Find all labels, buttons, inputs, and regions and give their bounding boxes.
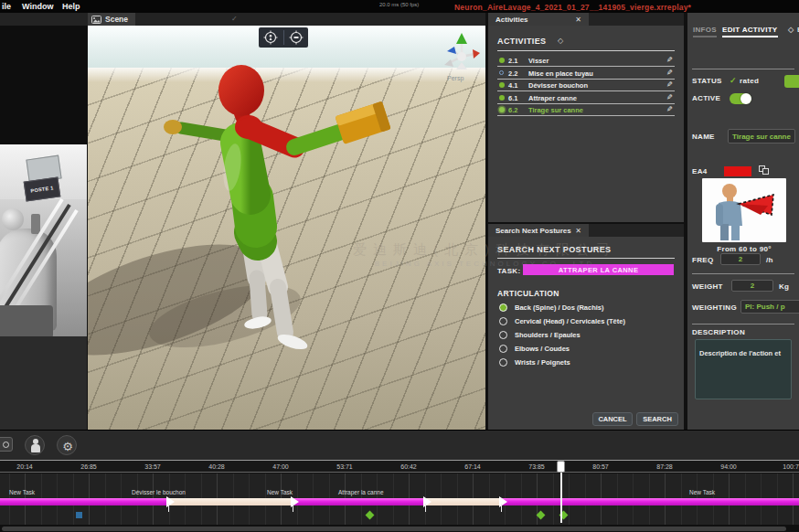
reference-photo: POSTE 1 [0, 144, 87, 336]
timeline-scrollbar[interactable] [0, 525, 799, 532]
edit-pencil-icon[interactable]: ✎ [666, 69, 673, 77]
segment-arrow-stem [293, 504, 293, 512]
description-textarea[interactable]: Description de l'action et [695, 339, 792, 399]
weight-input[interactable]: 2 [731, 280, 773, 292]
radio-button[interactable] [499, 303, 507, 312]
search-tabbar: Search Next Postures ✕ [488, 224, 684, 237]
active-label: ACTIVE [692, 94, 720, 102]
focus-person-icon[interactable] [263, 30, 278, 45]
activity-row[interactable]: 4.1Dévisser bouchon✎ [497, 80, 675, 91]
camera-mode-label[interactable]: Persp [447, 75, 463, 81]
freq-label: FREQ [692, 256, 713, 264]
radio-button[interactable] [499, 345, 507, 353]
articulation-option[interactable]: Back (Spine) / Dos (Rachis) [499, 302, 673, 313]
menu-help[interactable]: Help [62, 2, 80, 11]
task-label: New Task [267, 489, 293, 495]
edit-pencil-icon[interactable]: ✎ [666, 93, 673, 101]
activity-row[interactable]: 2.2Mise en place tuyau✎ [497, 68, 675, 80]
radio-button[interactable] [499, 358, 507, 367]
activity-id: 6.2 [508, 106, 517, 114]
activities-panel: ACTIVITIES ◇ 2.1Visser✎2.2Mise en place … [488, 26, 684, 222]
settings-button[interactable]: ⚙ [57, 435, 77, 455]
radio-button[interactable] [499, 331, 507, 339]
task-label: Attraper la canne [338, 489, 384, 495]
edit-pencil-icon[interactable]: ✎ [666, 80, 673, 89]
search-button[interactable]: SEARCH [636, 412, 678, 426]
activity-row[interactable]: 2.1Visser✎ [497, 55, 675, 67]
playhead-handle[interactable] [557, 461, 565, 473]
articulation-option[interactable]: Wrists / Poignets [499, 356, 673, 367]
activity-id: 4.1 [508, 81, 517, 90]
search-next-postures-panel: SEARCH NEXT POSTURES TASK: ATTRAPER LA C… [488, 237, 684, 430]
camera-icon[interactable] [0, 437, 13, 452]
task-label: Dévisser le bouchon [132, 489, 186, 495]
timeline-track[interactable]: New TaskDévisser le bouchonNew TaskAttra… [0, 473, 799, 525]
scrollbar-handle[interactable] [2, 527, 786, 531]
name-input[interactable]: Tirage sur canne [728, 129, 795, 144]
activity-status-dot [499, 58, 505, 63]
status-action-button[interactable] [784, 75, 799, 88]
activity-label: Visser [528, 57, 549, 65]
timeline-activity-band[interactable] [0, 498, 799, 505]
segment-arrow-stem [168, 504, 169, 512]
section-divider [497, 258, 675, 259]
time-tick-label: 53:71 [336, 463, 353, 470]
weighting-select[interactable]: Pl: Push / p [740, 300, 799, 314]
edit-panel-tabs: INFOS EDIT ACTIVITY ◇ E [687, 24, 799, 38]
reference-photo-panel: POSTE 1 [0, 26, 87, 430]
active-toggle[interactable] [730, 93, 751, 104]
diamond-icon: ◇ [558, 37, 563, 45]
time-tick-label: 87:28 [656, 463, 673, 470]
tab-edit-activity[interactable]: EDIT ACTIVITY [722, 26, 778, 37]
tab-activities[interactable]: Activities ✕ [488, 13, 589, 26]
activity-row[interactable]: 6.2Tirage sur canne✎ [497, 104, 675, 116]
time-tick-label: 60:42 [400, 463, 417, 470]
angle-caption: From 60 to 90° [702, 245, 786, 253]
tab-infos[interactable]: INFOS [693, 26, 717, 37]
time-tick-label: 47:00 [272, 463, 289, 470]
task-label: TASK: [497, 267, 520, 275]
cancel-button[interactable]: CANCEL [592, 412, 633, 426]
articulation-option[interactable]: Shoulders / Epaules [499, 329, 673, 340]
mannequin-tool-button[interactable] [25, 435, 45, 455]
radio-button[interactable] [499, 317, 507, 325]
task-segment[interactable] [425, 498, 501, 505]
marker-diamond[interactable] [537, 511, 546, 520]
tab-scene[interactable]: Scene [88, 13, 135, 26]
posture-illustration [702, 178, 786, 242]
close-icon[interactable]: ✕ [575, 16, 589, 24]
marker-square[interactable] [76, 512, 82, 518]
marker-diamond[interactable] [366, 511, 375, 520]
activity-row[interactable]: 6.1Attraper canne✎ [497, 92, 675, 104]
freq-input[interactable]: 2 [720, 253, 761, 265]
edit-pencil-icon[interactable]: ✎ [666, 105, 673, 113]
articulation-title: ARTICULATION [497, 289, 559, 298]
menu-file[interactable]: ile [2, 2, 11, 11]
menu-window[interactable]: Window [22, 2, 53, 11]
tab-search-next-postures[interactable]: Search Next Postures ✕ [488, 224, 589, 237]
time-tick-label: 73:85 [528, 463, 545, 470]
mannequin-figure[interactable] [88, 26, 485, 430]
edit-activity-panel: INFOS EDIT ACTIVITY ◇ E STATUS ✓ rated A… [687, 13, 799, 430]
close-icon[interactable]: ✕ [575, 227, 589, 235]
articulation-option-label: Cervical (Head) / Cervicales (Tête) [515, 317, 625, 325]
articulation-option[interactable]: Elbows / Coudes [499, 343, 673, 354]
articulation-option-label: Shoulders / Epaules [515, 331, 581, 339]
scene-viewport[interactable]: Persp [88, 26, 485, 430]
time-tick-label: 80:57 [592, 463, 609, 470]
divider [692, 324, 794, 325]
freq-unit: /h [766, 256, 773, 264]
edit-pencil-icon[interactable]: ✎ [666, 56, 673, 64]
articulation-option[interactable]: Cervical (Head) / Cervicales (Tête) [499, 315, 673, 326]
image-icon [91, 16, 101, 24]
duplicate-icon[interactable] [759, 165, 770, 176]
status-value: rated [740, 77, 759, 85]
activity-label: Attraper canne [528, 94, 577, 102]
person-icon-body [31, 444, 40, 452]
tab-scene-label: Scene [105, 15, 128, 24]
orientation-gizmo[interactable] [442, 32, 481, 76]
task-segment[interactable] [168, 498, 293, 505]
scene-focus-toolbar [259, 27, 308, 48]
focus-target-icon[interactable] [289, 30, 304, 45]
timeline-ruler[interactable]: 20:1426:8533:5740:2847:0053:7160:4267:14… [0, 460, 799, 473]
